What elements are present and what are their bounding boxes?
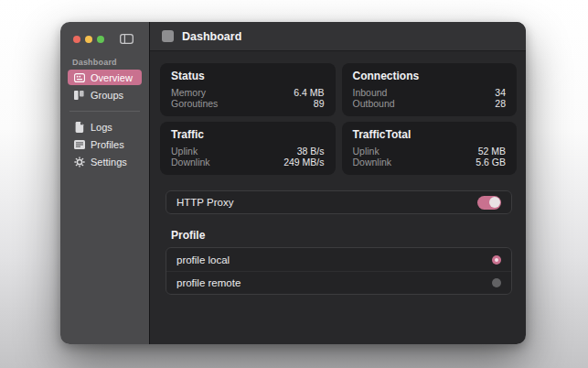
toggle-sidebar-icon[interactable] (120, 34, 134, 44)
sidebar-item-label: Profiles (91, 139, 124, 150)
profile-section-label: Profile (171, 229, 517, 242)
card-title: Connections (353, 70, 507, 82)
profile-option-label: profile remote (176, 277, 241, 288)
stat-value: 34 (495, 88, 506, 99)
sidebar-titlebar (60, 22, 149, 44)
zoom-window-button[interactable] (97, 36, 104, 43)
stat-row: Inbound 34 (353, 88, 507, 99)
sidebar-item-logs[interactable]: Logs (68, 119, 142, 135)
stat-row: Downlink 249 MB/s (171, 157, 325, 168)
stat-label: Downlink (353, 157, 392, 168)
sidebar-nav-secondary: Logs Profiles (60, 119, 149, 169)
stat-value: 38 B/s (297, 146, 325, 157)
stat-label: Goroutines (171, 99, 218, 110)
sidebar-item-label: Overview (91, 72, 133, 83)
stat-label: Downlink (171, 157, 210, 168)
sidebar-section-label: Dashboard (72, 58, 149, 67)
sidebar-item-overview[interactable]: Overview (68, 70, 142, 85)
stat-label: Inbound (353, 88, 388, 99)
traffic-card: Traffic Uplink 38 B/s Downlink 249 MB/s (160, 122, 336, 175)
stat-label: Uplink (353, 146, 380, 157)
status-card: Status Memory 6.4 MB Goroutines 89 (160, 63, 336, 116)
stat-cards-grid: Status Memory 6.4 MB Goroutines 89 Conne… (160, 63, 517, 175)
profile-option-local[interactable]: profile local (166, 248, 511, 271)
toggle-knob (489, 197, 500, 208)
stat-row: Downlink 5.6 GB (353, 157, 507, 168)
stat-label: Uplink (171, 146, 198, 157)
dashboard-content: Status Memory 6.4 MB Goroutines 89 Conne… (150, 51, 526, 344)
stat-value: 5.6 GB (476, 157, 506, 168)
card-title: Status (171, 70, 325, 82)
profile-option-label: profile local (176, 254, 230, 265)
radio-unselected-icon[interactable] (492, 278, 501, 287)
main-pane: Dashboard Status Memory 6.4 MB Goroutine… (150, 22, 526, 344)
sidebar-item-label: Settings (91, 157, 127, 168)
profiles-icon (73, 140, 85, 149)
sidebar-item-label: Groups (91, 90, 123, 101)
stat-value: 6.4 MB (294, 88, 324, 99)
sidebar-nav-primary: Overview Groups (60, 70, 149, 103)
http-proxy-toggle[interactable] (477, 196, 501, 210)
main-header: Dashboard (150, 22, 526, 51)
stat-row: Memory 6.4 MB (171, 88, 325, 99)
http-proxy-row: HTTP Proxy (166, 190, 512, 214)
traffic-lights (73, 36, 104, 43)
stat-row: Uplink 38 B/s (171, 146, 325, 157)
stat-row: Outbound 28 (353, 99, 507, 110)
sidebar-divider (69, 111, 140, 112)
http-proxy-label: HTTP Proxy (176, 197, 233, 208)
sidebar-item-profiles[interactable]: Profiles (68, 136, 142, 152)
traffic-total-card: TrafficTotal Uplink 52 MB Downlink 5.6 G… (342, 122, 518, 175)
sidebar-item-settings[interactable]: Settings (68, 154, 142, 169)
profile-option-remote[interactable]: profile remote (166, 271, 511, 294)
stat-value: 89 (314, 99, 325, 110)
app-icon (162, 30, 174, 42)
minimize-window-button[interactable] (85, 36, 92, 43)
close-window-button[interactable] (73, 36, 80, 43)
stat-value: 249 MB/s (283, 157, 324, 168)
overview-icon (73, 73, 85, 82)
desktop-background: Dashboard Overview (0, 0, 588, 368)
sidebar-item-groups[interactable]: Groups (68, 87, 142, 103)
sidebar-item-label: Logs (91, 122, 112, 133)
groups-icon (73, 91, 85, 100)
page-title: Dashboard (182, 30, 241, 43)
stat-value: 52 MB (478, 146, 506, 157)
stat-value: 28 (495, 99, 506, 110)
sidebar: Dashboard Overview (60, 22, 150, 344)
card-title: TrafficTotal (353, 128, 507, 141)
stat-label: Outbound (353, 99, 395, 110)
logs-icon (73, 122, 85, 133)
stat-row: Goroutines 89 (171, 99, 325, 110)
profile-card: profile local profile remote (166, 247, 512, 295)
card-title: Traffic (171, 128, 325, 141)
radio-selected-icon[interactable] (492, 255, 501, 265)
settings-icon (73, 157, 85, 168)
connections-card: Connections Inbound 34 Outbound 28 (342, 63, 518, 116)
stat-label: Memory (171, 88, 206, 99)
stat-row: Uplink 52 MB (353, 146, 507, 157)
app-window: Dashboard Overview (60, 22, 526, 344)
